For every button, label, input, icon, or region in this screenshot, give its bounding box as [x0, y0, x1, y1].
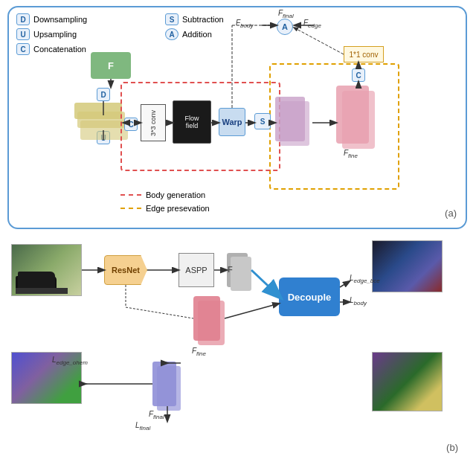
label-fbody: Fbody — [236, 19, 253, 29]
block-ffine-2 — [342, 91, 375, 149]
box-warp: Warp — [219, 108, 245, 136]
box-flow-field: Flowfield — [173, 100, 211, 144]
bottom-diagram: ResNet ASPP F Ffine Decouple Ffinal Ledg… — [7, 237, 467, 457]
legend-S-box: S — [165, 13, 178, 25]
legend-C-box: C — [16, 43, 30, 55]
label-fedge: Fedge — [303, 19, 321, 29]
ffinal-bot-label: Ffinal — [149, 410, 164, 420]
resnet-label: ResNet — [112, 266, 140, 275]
box-D: D — [97, 88, 110, 101]
box-resnet: ResNet — [104, 255, 147, 285]
legend-edge-label: Edge presevation — [146, 204, 210, 213]
block-F-gray-label: F — [228, 265, 233, 274]
top-diagram: D Downsampling U Upsampling C Concatenat… — [7, 6, 467, 229]
legend-body: Body generation — [120, 190, 210, 199]
legend-A-label: Addition — [182, 30, 212, 39]
decouple-label: Decouple — [288, 292, 332, 303]
legend-U-label: Upsampling — [33, 30, 77, 39]
dashed-red-line — [120, 194, 141, 196]
legend-body-label: Body generation — [146, 190, 205, 199]
conv11-label: 1*1 conv — [350, 51, 379, 59]
box-decouple: Decouple — [279, 277, 340, 316]
label-lbody: Lbody — [350, 296, 367, 307]
ffine-bot-label: Ffine — [192, 347, 206, 357]
dashed-orange-line — [120, 208, 141, 209]
legend-right: S Subtraction A Addition — [165, 13, 224, 40]
legend-A-box: A — [165, 28, 178, 40]
legend-D-label: Downsampling — [33, 15, 87, 24]
legend-edge: Edge presevation — [120, 204, 210, 213]
legend-left: D Downsampling U Upsampling C Concatenat… — [16, 13, 87, 55]
box-conv11: 1*1 conv — [344, 46, 384, 62]
label-a: (a) — [445, 208, 457, 219]
legend-D-box: D — [16, 13, 30, 25]
input-image — [11, 244, 82, 296]
svg-line-27 — [126, 307, 193, 318]
legend-A: A Addition — [165, 28, 224, 40]
aspp-label: ASPP — [185, 266, 207, 275]
F-label: F — [108, 60, 114, 71]
svg-line-22 — [340, 281, 350, 287]
legend-dashed: Body generation Edge presevation — [120, 190, 210, 213]
legend-U: U Upsampling — [16, 28, 87, 40]
box-aspp: ASPP — [178, 253, 214, 287]
block-ffinal-bot-2 — [157, 366, 181, 411]
label-ffinal-top: Ffinal — [278, 9, 294, 19]
label-lfinal: Lfinal — [135, 421, 150, 431]
legend-U-box: U — [16, 28, 30, 40]
legend-D: D Downsampling — [16, 13, 87, 25]
label-b: (b) — [446, 442, 458, 453]
ffine-label: Ffine — [344, 149, 358, 159]
box-S: S — [254, 113, 271, 129]
legend-C-label: Concatenation — [33, 45, 86, 54]
output-top-image — [372, 240, 443, 292]
block-F-green: F — [91, 52, 131, 79]
legend-C: C Concatenation — [16, 43, 87, 55]
svg-line-21 — [225, 304, 279, 318]
block-ffine-bot-2 — [198, 301, 225, 345]
label-ledge-ohem: Ledge_ohem — [52, 356, 88, 366]
legend-S: S Subtraction — [165, 13, 224, 25]
label-ledge-bce: Ledge_bce — [350, 274, 380, 284]
block-purple-2 — [280, 101, 309, 146]
output-bot-image — [372, 352, 443, 411]
legend-S-label: Subtraction — [182, 15, 224, 24]
svg-line-20 — [251, 270, 279, 296]
block-F-gray-2 — [231, 257, 251, 291]
svg-line-12 — [294, 28, 344, 54]
circle-A-top: A — [277, 19, 293, 35]
